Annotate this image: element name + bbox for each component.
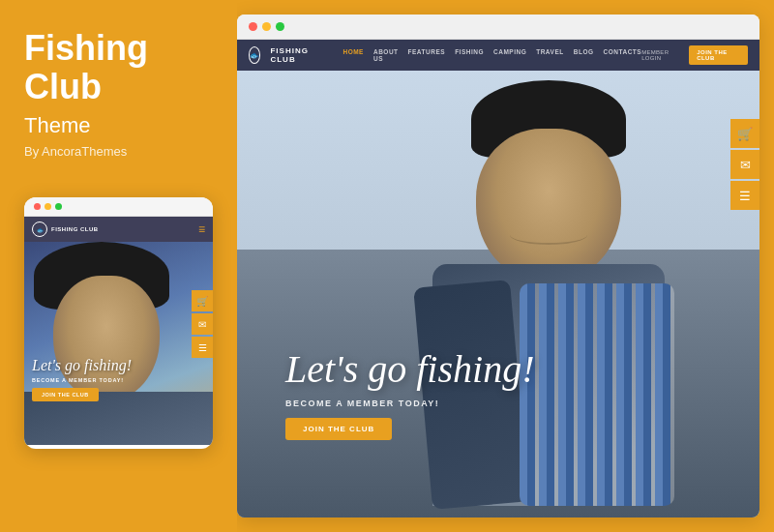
nav-fishing[interactable]: FISHING [455, 48, 484, 62]
nav-travel[interactable]: TRAVEL [536, 48, 564, 62]
desktop-mail-icon[interactable]: ✉ [730, 150, 759, 179]
mobile-logo-icon: 🐟 [32, 222, 47, 237]
nav-features[interactable]: FEATURES [408, 48, 446, 62]
face-smile [510, 225, 587, 245]
nav-home[interactable]: HOME [342, 48, 364, 62]
mobile-hamburger-icon[interactable]: ≡ [198, 223, 205, 235]
mobile-cart-icon[interactable]: 🛒 [192, 290, 213, 311]
mobile-logo-text: FISHING CLUB [51, 226, 99, 232]
desktop-logo-icon: 🐟 [249, 46, 260, 64]
app-title: Fishing Club [24, 29, 213, 105]
desktop-mockup: 🐟 FISHING CLUB HOME ABOUT US FEATURES FI… [237, 15, 759, 517]
mobile-logo-area: 🐟 FISHING CLUB [32, 222, 99, 237]
left-panel: Fishing Club Theme By AncoraThemes 🐟 FIS… [0, 0, 237, 532]
mobile-hero-text: Let's go fishing! [32, 357, 184, 374]
hero-text-area: Let's go fishing! BECOME A MEMBER TODAY!… [285, 348, 663, 440]
mobile-dot-yellow [45, 203, 51, 210]
mobile-hero: Let's go fishing! BECOME A MEMBER TODAY!… [24, 242, 213, 445]
desktop-cart-icon[interactable]: 🛒 [730, 119, 759, 148]
app-author: By AncoraThemes [24, 144, 213, 159]
mobile-menu-icon[interactable]: ☰ [192, 337, 213, 358]
person-figure [423, 80, 674, 506]
mobile-become-text: BECOME A MEMBER TODAY! [32, 377, 184, 383]
hero-join-button[interactable]: JOIN THE CLUB [285, 418, 392, 440]
desktop-sidebar-icons: 🛒 ✉ ☰ [730, 119, 759, 210]
mobile-sidebar-icons: 🛒 ✉ ☰ [192, 290, 213, 358]
member-login-link[interactable]: MEMBER LOGIN [641, 49, 683, 61]
nav-blog[interactable]: BLOG [574, 48, 594, 62]
desktop-menu-icon[interactable]: ☰ [730, 181, 759, 210]
desktop-brand-text: FISHING CLUB [270, 46, 313, 64]
mobile-dot-red [34, 203, 41, 210]
desktop-nav-left: 🐟 FISHING CLUB HOME ABOUT US FEATURES FI… [249, 46, 641, 64]
mobile-dot-green [55, 203, 62, 210]
app-subtitle: Theme [24, 113, 213, 138]
desktop-titlebar [237, 15, 759, 40]
hero-main-text: Let's go fishing! [285, 348, 663, 391]
desktop-nav-links: HOME ABOUT US FEATURES FISHING CAMPING T… [342, 48, 641, 62]
desktop-dot-yellow [262, 22, 271, 31]
mobile-nav: 🐟 FISHING CLUB ≡ [24, 217, 213, 242]
desktop-join-button[interactable]: JOIN THE CLUB [689, 45, 748, 65]
mobile-join-button[interactable]: JOIN THE CLUB [32, 388, 99, 401]
nav-about[interactable]: ABOUT US [373, 48, 399, 62]
mobile-fish-icon: 🐟 [37, 226, 44, 233]
desktop-nav: 🐟 FISHING CLUB HOME ABOUT US FEATURES FI… [237, 40, 759, 71]
desktop-nav-right: MEMBER LOGIN JOIN THE CLUB [641, 45, 748, 65]
mobile-mail-icon[interactable]: ✉ [192, 313, 213, 335]
nav-camping[interactable]: CAMPING [493, 48, 526, 62]
nav-contacts[interactable]: CONTACTS [604, 48, 642, 62]
desktop-hero: Let's go fishing! BECOME A MEMBER TODAY!… [237, 71, 759, 517]
hero-become-text: BECOME A MEMBER TODAY! [285, 399, 663, 408]
mobile-mockup: 🐟 FISHING CLUB ≡ Let's go fishing! BECOM… [24, 197, 213, 449]
desktop-dot-red [249, 22, 257, 31]
desktop-fish-icon: 🐟 [250, 51, 259, 60]
person-face [476, 129, 621, 283]
mobile-text-overlay: Let's go fishing! BECOME A MEMBER TODAY!… [32, 357, 184, 401]
mobile-titlebar [24, 197, 213, 217]
desktop-dot-green [276, 22, 284, 31]
